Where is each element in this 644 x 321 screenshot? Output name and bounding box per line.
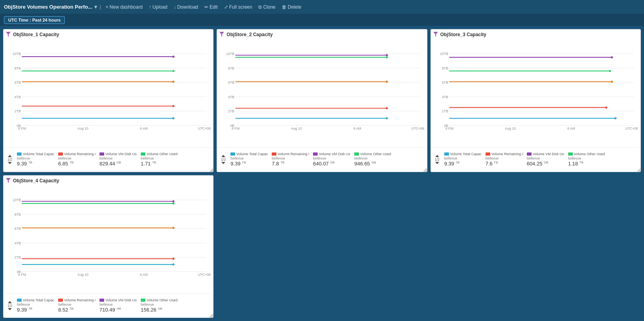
svg-text:10TB: 10TB	[226, 52, 235, 56]
legend-color	[58, 299, 63, 302]
time-filter-bar: UTC Time : Past 24 hours	[0, 14, 644, 26]
dashboard-grid: ObjStore_1 Capacity10TB8TB6TB4TB2TB0B6 P…	[0, 26, 644, 321]
svg-text:10TB: 10TB	[13, 52, 21, 56]
svg-point-22	[172, 81, 174, 83]
legend-prev-btn[interactable]	[8, 301, 12, 303]
legend-color	[568, 152, 573, 156]
legend-value: 6.85 TB	[58, 161, 96, 167]
svg-text:6TB: 6TB	[15, 81, 21, 84]
legend-item: Volume VM Disk Used ... bellevue 829.44 …	[99, 152, 137, 167]
legend-item-name: Volume Remaining Cap...	[491, 152, 523, 156]
svg-point-26	[172, 55, 174, 57]
legend-next-btn[interactable]	[221, 162, 225, 164]
dropdown-icon[interactable]: ▾	[94, 4, 97, 10]
legend-page: 1/2	[434, 158, 440, 161]
legend-location: bellevue	[141, 303, 178, 306]
svg-point-80	[611, 56, 613, 58]
svg-point-74	[605, 106, 607, 108]
legend-item-name: Volume Remaining Cap...	[64, 298, 96, 302]
legend-value: 710.49 GB	[99, 307, 137, 313]
delete-btn[interactable]: 🗑 Delete	[280, 3, 304, 11]
legend-prev-btn[interactable]	[435, 155, 439, 157]
legend-item-header: Volume Other Used Ca...	[568, 152, 605, 156]
legend-value: 156.26 GB	[141, 307, 178, 313]
legend-value: 640.07 GB	[313, 161, 350, 167]
legend-item-header: Volume Other Used Ca...	[354, 152, 392, 156]
chart-area: 10TB8TB6TB4TB2TB0B6 PMAug 106 AMUTC+08:0…	[431, 38, 640, 147]
svg-text:2TB: 2TB	[442, 109, 448, 113]
legend-next-btn[interactable]	[8, 162, 12, 164]
resize-handle[interactable]	[423, 168, 427, 172]
legend-item-name: Volume Other Used Ca...	[147, 152, 178, 156]
fullscreen-icon: ⤢	[224, 4, 228, 10]
legend-item: Volume Remaining Cap... bellevue 7.6 TB	[486, 152, 523, 167]
svg-marker-54	[433, 32, 438, 37]
resize-handle[interactable]	[637, 168, 640, 172]
legend-next-btn[interactable]	[435, 162, 439, 164]
svg-point-105	[172, 202, 174, 204]
resize-handle[interactable]	[209, 168, 213, 172]
legend-item: Volume VM Disk Used ... bellevue 604.25 …	[527, 152, 564, 167]
plus-icon: +	[106, 4, 109, 10]
svg-text:8TB: 8TB	[15, 66, 21, 70]
legend-color	[527, 152, 532, 156]
legend-items: Volume Total Capacit... bellevue 9.39 TB…	[444, 152, 638, 167]
legend-area: 1/2 Volume Total Capacit... bellevue 9.3…	[217, 147, 427, 172]
svg-point-99	[172, 263, 174, 265]
legend-item-header: Volume Remaining Cap...	[58, 152, 96, 156]
svg-point-49	[386, 81, 388, 83]
legend-item-name: Volume Total Capacit...	[236, 152, 268, 156]
legend-prev-btn[interactable]	[221, 155, 225, 157]
svg-point-103	[172, 227, 174, 229]
new-dashboard-btn[interactable]: + New dashboard	[103, 3, 145, 11]
legend-location: bellevue	[230, 156, 268, 160]
legend-item-name: Volume Other Used Ca...	[574, 152, 605, 156]
resize-handle[interactable]	[209, 314, 213, 317]
legend-area: 1/2 Volume Total Capacit... bellevue 9.3…	[4, 293, 213, 317]
legend-item: Volume Other Used Ca... bellevue 1.18 TB	[568, 152, 605, 167]
panel-3: ObjStore_3 Capacity10TB8TB6TB4TB2TB0B6 P…	[431, 29, 641, 172]
legend-item-name: Volume Remaining Cap...	[64, 152, 96, 156]
svg-text:6TB: 6TB	[442, 81, 448, 84]
legend-item-header: Volume Remaining Cap...	[272, 152, 309, 156]
legend-value: 8.52 TB	[58, 307, 96, 313]
legend-value: 9.39 TB	[17, 307, 54, 313]
legend-item-header: Volume VM Disk Used ...	[527, 152, 564, 156]
svg-point-24	[172, 70, 174, 72]
legend-item-name: Volume Total Capacit...	[450, 152, 482, 156]
upload-icon: ↑	[149, 4, 151, 10]
svg-marker-27	[219, 32, 224, 37]
edit-icon: ✏	[204, 4, 208, 10]
legend-item-header: Volume Total Capacit...	[17, 298, 54, 302]
legend-location: bellevue	[486, 156, 523, 160]
legend-location: bellevue	[17, 303, 54, 306]
svg-text:UTC+08:00: UTC+08:00	[411, 127, 424, 130]
fullscreen-btn[interactable]: ⤢ Full screen	[222, 3, 255, 11]
legend-prev-btn[interactable]	[8, 155, 12, 157]
legend-value: 7.6 TB	[486, 161, 523, 167]
svg-text:6 AM: 6 AM	[140, 273, 148, 277]
legend-color	[99, 299, 104, 302]
clone-icon: ⧉	[258, 4, 262, 10]
legend-next-btn[interactable]	[8, 308, 12, 310]
edit-btn[interactable]: ✏ Edit	[202, 3, 220, 11]
svg-text:8TB: 8TB	[15, 212, 21, 216]
legend-item-header: Volume Total Capacit...	[17, 152, 54, 156]
legend-color	[58, 152, 63, 156]
svg-text:10TB: 10TB	[13, 198, 21, 202]
svg-text:4TB: 4TB	[15, 95, 21, 99]
legend-location: bellevue	[17, 156, 54, 160]
download-btn[interactable]: ↓ Download	[171, 3, 201, 11]
time-filter-badge[interactable]: UTC Time : Past 24 hours	[4, 16, 65, 24]
legend-items: Volume Total Capacit... bellevue 9.39 TB…	[230, 152, 424, 167]
svg-text:6 AM: 6 AM	[140, 127, 148, 130]
legend-item: Volume Other Used Ca... bellevue 1.71 TB	[141, 152, 178, 167]
clone-btn[interactable]: ⧉ Clone	[256, 3, 278, 11]
legend-item-header: Volume Total Capacit...	[230, 152, 268, 156]
svg-point-107	[172, 200, 174, 202]
panel-title: ObjStore_2 Capacity	[217, 29, 427, 38]
upload-btn[interactable]: ↑ Upload	[147, 3, 170, 11]
legend-item-header: Volume VM Disk Used ...	[313, 152, 350, 156]
svg-text:UTC+08:00: UTC+08:00	[198, 273, 211, 277]
legend-color	[99, 152, 104, 156]
